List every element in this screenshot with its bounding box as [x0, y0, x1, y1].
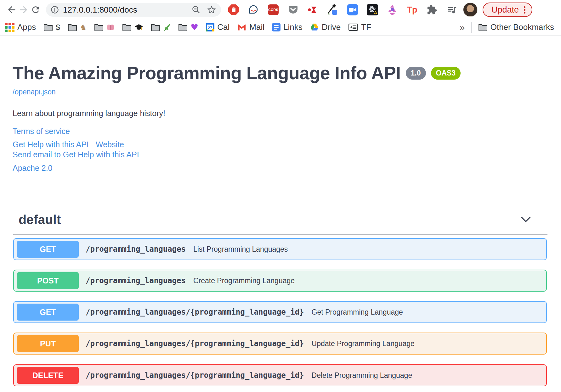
bookmarks-separator	[471, 22, 472, 33]
update-button[interactable]: Update	[483, 3, 532, 17]
herb-icon	[163, 24, 171, 31]
other-bookmarks-label: Other Bookmarks	[490, 22, 554, 32]
bookmark-folder-carousel-horse[interactable]: ♞	[68, 23, 87, 31]
zoom-video-icon[interactable]	[347, 4, 358, 15]
bookmarks-bar: Apps $ ♞ ♥ 27 Cal Mail Links Drive	[0, 20, 561, 36]
swagger-docs-page: The Amazing Programming Language Info AP…	[0, 36, 561, 391]
folder-icon	[478, 23, 488, 31]
section-collapse-chevron-icon[interactable]	[520, 216, 531, 224]
folder-icon	[94, 23, 104, 31]
links-label: Links	[283, 22, 303, 32]
drive-label: Drive	[322, 22, 341, 32]
graduation-cap-icon	[134, 24, 143, 31]
mail-label: Mail	[249, 22, 264, 32]
method-badge: DELETE	[17, 367, 79, 384]
license-link[interactable]: Apache 2.0	[13, 164, 461, 173]
reload-icon[interactable]	[30, 4, 42, 16]
adblock-stop-hand-icon[interactable]	[228, 4, 239, 15]
apps-grid-icon	[5, 23, 14, 32]
endpoint-row-get-one[interactable]: GET /programming_languages/{programming_…	[13, 301, 547, 323]
endpoint-path: /programming_languages	[86, 245, 186, 254]
red-ribbon-icon[interactable]	[307, 4, 319, 15]
api-description: Learn about programming language history…	[13, 109, 461, 118]
forward-icon[interactable]	[18, 4, 30, 16]
google-drive-icon	[310, 23, 319, 31]
dollar-label: $	[56, 24, 60, 31]
method-badge: PUT	[17, 335, 79, 352]
method-badge: GET	[17, 241, 79, 258]
eyedropper-colorpicker-icon[interactable]	[327, 4, 338, 15]
bookmark-drive[interactable]: Drive	[310, 22, 341, 32]
links-icon	[272, 23, 280, 31]
endpoint-summary: Create Programming Language	[193, 277, 295, 285]
card-icon	[348, 23, 358, 31]
update-label: Update	[491, 5, 519, 15]
brain-icon	[106, 24, 115, 31]
address-bar[interactable]: 127.0.0.1:8000/docs	[46, 3, 221, 17]
bookmark-links[interactable]: Links	[272, 22, 303, 32]
calendar-label: Cal	[217, 22, 230, 32]
endpoint-row-delete[interactable]: DELETE /programming_languages/{programmi…	[13, 364, 547, 386]
endpoint-path: /programming_languages/{programming_lang…	[86, 339, 304, 348]
help-website-link[interactable]: Get Help with this API - Website	[13, 140, 461, 149]
browser-menu-kebab-icon[interactable]	[524, 6, 525, 14]
svg-text:27: 27	[208, 26, 212, 30]
endpoint-summary: Get Programming Language	[312, 308, 403, 316]
react-devtools-icon[interactable]	[367, 4, 378, 15]
endpoint-summary: Update Programming Language	[312, 339, 415, 348]
folder-icon	[122, 23, 132, 31]
bookmark-star-icon[interactable]	[207, 5, 217, 15]
music-playlist-icon[interactable]	[446, 4, 457, 15]
url-text[interactable]: 127.0.0.1:8000/docs	[63, 5, 191, 15]
other-bookmarks[interactable]: Other Bookmarks	[478, 22, 554, 32]
method-badge: POST	[17, 272, 79, 289]
bookmark-folder-brain[interactable]	[94, 23, 115, 31]
endpoint-row-put-update[interactable]: PUT /programming_languages/{programming_…	[13, 333, 547, 355]
endpoint-summary: List Programming Languages	[193, 245, 288, 254]
section-title-default[interactable]: default	[19, 212, 61, 227]
endpoint-path: /programming_languages	[86, 276, 186, 285]
google-calendar-icon: 27	[206, 23, 214, 31]
terms-link[interactable]: Terms of service	[13, 127, 461, 136]
openapi-json-link[interactable]: /openapi.json	[13, 88, 461, 96]
pink-recycle-icon[interactable]	[387, 4, 398, 15]
endpoint-path: /programming_languages/{programming_lang…	[86, 371, 304, 380]
method-badge: GET	[17, 304, 79, 321]
endpoint-path: /programming_languages/{programming_lang…	[86, 308, 304, 316]
tp-icon[interactable]: Tp	[406, 4, 418, 15]
apps-label: Apps	[17, 22, 36, 32]
pocket-icon[interactable]	[287, 4, 299, 15]
endpoint-row-post-create[interactable]: POST /programming_languages Create Progr…	[13, 270, 547, 292]
tf-label: TF	[361, 22, 371, 32]
profile-avatar[interactable]	[463, 3, 478, 17]
oas3-badge: OAS3	[431, 67, 461, 80]
site-info-icon[interactable]	[50, 5, 59, 14]
zoom-out-icon[interactable]	[191, 5, 201, 14]
bookmark-calendar[interactable]: 27 Cal	[206, 22, 230, 32]
purple-heart-icon: ♥	[190, 23, 198, 32]
bookmark-tf[interactable]: TF	[348, 22, 371, 32]
bookmarks-overflow-chevron[interactable]: »	[460, 22, 465, 33]
bookmark-folder-herb[interactable]	[151, 23, 171, 31]
bookmark-folder-purple-heart[interactable]: ♥	[178, 23, 198, 32]
bookmark-folder-graduation[interactable]	[122, 23, 143, 31]
browser-toolbar: 127.0.0.1:8000/docs CORS	[0, 0, 561, 20]
endpoint-row-get-list[interactable]: GET /programming_languages List Programm…	[13, 238, 547, 260]
section-divider	[13, 234, 547, 235]
help-email-link[interactable]: Send email to Get Help with this API	[13, 150, 461, 159]
speech-bubble-icon[interactable]	[248, 4, 259, 15]
extension-strip: CORS Tp	[228, 4, 457, 15]
folder-icon	[151, 23, 160, 31]
carousel-horse-icon: ♞	[80, 24, 87, 31]
back-icon[interactable]	[6, 4, 18, 16]
page-title: The Amazing Programming Language Info AP…	[13, 63, 401, 83]
bookmark-apps[interactable]: Apps	[5, 22, 36, 32]
bookmark-mail[interactable]: Mail	[237, 22, 264, 32]
folder-icon	[43, 23, 53, 31]
version-badge: 1.0	[406, 67, 426, 80]
endpoint-summary: Delete Programming Language	[312, 371, 412, 380]
bookmark-folder-dollar[interactable]: $	[43, 23, 60, 31]
puzzle-extensions-icon[interactable]	[426, 4, 438, 15]
cors-extension-icon[interactable]: CORS	[268, 4, 279, 15]
gmail-icon	[237, 24, 246, 31]
